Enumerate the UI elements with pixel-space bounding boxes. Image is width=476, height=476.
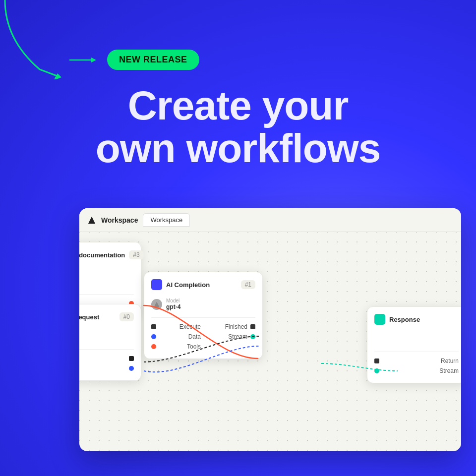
search-doc-header: search_documentation #3	[79, 249, 134, 260]
ai-execute-connector-left	[151, 324, 156, 329]
response-return-label: Return	[441, 357, 459, 364]
ai-tools-connector-left	[151, 344, 156, 349]
response-header: Response	[374, 314, 459, 325]
workspace-title: Workspace	[101, 216, 138, 224]
ai-completion-title: AI Completion	[166, 281, 237, 289]
response-stream-label: Stream	[439, 367, 459, 374]
ai-completion-node: AI Completion #1 Model gpt-4 Execute	[144, 272, 263, 359]
ai-stream-row: Stream	[206, 332, 255, 342]
ai-data-label: Data	[188, 333, 201, 340]
headline-section: Create your own workflows	[0, 84, 476, 170]
post-request-number: #0	[119, 312, 134, 321]
workspace-tab[interactable]: Workspace	[143, 213, 190, 227]
ai-tools-row: Tools	[151, 342, 201, 352]
response-return-connector	[374, 358, 379, 363]
response-stream-connector	[374, 368, 379, 373]
ai-finished-row: Finished	[206, 322, 255, 332]
ai-completion-header: AI Completion #1	[151, 279, 255, 290]
post-request-title: POST Request	[79, 313, 116, 321]
response-title: Response	[389, 316, 459, 323]
ai-stream-label: Stream	[228, 333, 247, 340]
post-request-header: POST Request #0	[79, 311, 134, 322]
search-doc-number: #3	[129, 250, 143, 259]
post-request-data-connector	[129, 366, 134, 371]
ai-data-row: Data	[151, 332, 201, 342]
ai-finished-label: Finished	[225, 323, 247, 330]
new-release-section: NEW RELEASE	[69, 50, 199, 70]
svg-marker-3	[88, 216, 95, 223]
ai-model-icon	[151, 299, 162, 310]
arrow-icon	[69, 55, 99, 65]
response-return-row: Return	[374, 356, 459, 366]
post-request-received-connector	[129, 356, 134, 361]
ai-model-label-group: Model gpt-4	[166, 298, 180, 310]
ai-completion-number: #1	[241, 280, 255, 289]
workspace-canvas: search_documentation #3 Tool POST Reques…	[79, 232, 461, 451]
ai-completion-icon	[151, 279, 162, 290]
decorative-curve	[0, 0, 79, 79]
post-request-node: POST Request #0 Received Data	[79, 304, 141, 381]
ai-model-value: gpt-4	[166, 303, 180, 310]
ai-finished-connector-right	[250, 324, 255, 329]
ai-model-info: Model gpt-4	[151, 295, 255, 313]
new-release-badge: NEW RELEASE	[107, 50, 199, 70]
response-stream-row: Stream	[374, 366, 459, 376]
ai-stream-connector-right	[250, 334, 255, 339]
ai-tools-label: Tools	[187, 343, 201, 350]
ai-model-label: Model	[166, 298, 180, 303]
headline-line1: Create your	[128, 83, 349, 128]
ai-execute-label: Execute	[179, 323, 201, 330]
response-node: Response Return Stream	[367, 306, 461, 383]
ai-data-connector-left	[151, 334, 156, 339]
post-request-received-row: Received	[79, 354, 134, 363]
svg-marker-4	[154, 301, 159, 307]
headline-line2: own workflows	[96, 125, 381, 171]
response-icon	[374, 314, 385, 325]
svg-marker-2	[91, 58, 96, 62]
workspace-logo-icon	[87, 216, 96, 225]
workspace-panel: Workspace Workspace search_documentation…	[79, 208, 461, 451]
post-request-data-row: Data	[79, 363, 134, 373]
ai-execute-row: Execute	[151, 322, 201, 332]
workspace-titlebar: Workspace Workspace	[79, 208, 461, 232]
search-doc-title: search_documentation	[79, 251, 125, 259]
